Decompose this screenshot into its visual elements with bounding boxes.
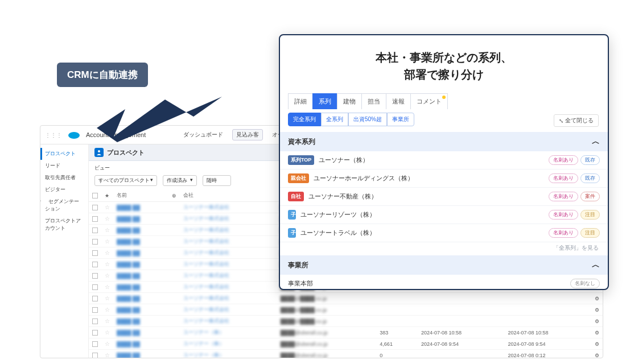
crm-auto-link-label: CRMに自動連携 [57, 63, 148, 87]
pill-50pct[interactable]: 出資50%超 [348, 113, 387, 126]
overlay-title: 本社・事業所などの系列、 部署で擦り分け [280, 35, 608, 93]
pill-all[interactable]: 全系列 [321, 113, 348, 126]
status-badge: 案件 [580, 192, 600, 201]
status-badge: 名刺あり [549, 173, 578, 183]
nav-prospects[interactable]: 見込み客 [232, 129, 263, 140]
status-badge: 名刺あり [549, 210, 578, 220]
relation-tag: 親会社 [288, 173, 309, 183]
badge-no-card: 名刺なし [570, 279, 600, 288]
table-row[interactable]: ☆ ████ ██ ユーソナー株式会社 ████@████.co.jp ⚙ [89, 293, 603, 304]
company-row[interactable]: 子 ユーソナーリゾーツ（株） 名刺あり注目 [280, 206, 608, 224]
relation-tag: 系列TOP [288, 155, 314, 165]
notification-dot-icon [442, 96, 446, 99]
salesforce-cloud-icon [68, 130, 80, 139]
status-badge: 注目 [580, 210, 600, 220]
tab-building[interactable]: 建物 [337, 93, 361, 109]
svg-point-0 [68, 132, 80, 139]
col-name[interactable]: 名前 [113, 189, 168, 202]
office-name: 事業本部 [288, 279, 313, 288]
tab-comment[interactable]: コメント [410, 93, 448, 109]
pill-full[interactable]: 完全系列 [288, 113, 321, 126]
sidebar-item-account[interactable]: プロスペクトアカウント [40, 215, 88, 234]
collapse-icon: ⤡ [559, 118, 563, 124]
relation-tag: 子 [288, 210, 296, 220]
table-row[interactable]: ☆ ████ ██ ユーソナー株式会社 ████@████.co.jp ⚙ [89, 316, 603, 327]
company-name: ユーソナー（株） [319, 156, 369, 164]
sidebar-item-visitor[interactable]: ビジター [40, 184, 88, 196]
status-select[interactable]: 作成済み ▾ [163, 175, 197, 186]
table-row[interactable]: ☆ ████ ██ ユーソナー（株） ████@uberall.co.jp 38… [89, 327, 603, 338]
section-capital[interactable]: 資本系列 ︿ [280, 132, 608, 151]
tab-news[interactable]: 速報 [386, 93, 410, 109]
table-row[interactable]: ☆ ████ ██ ユーソナー株式会社 ████@████.co.jp ⚙ [89, 304, 603, 316]
status-badge: 注目 [580, 228, 600, 238]
affiliate-overlay: 本社・事業所などの系列、 部署で擦り分け 詳細 系列 建物 担当 速報 コメント… [279, 34, 609, 290]
company-name: ユーソナートラベル（株） [300, 229, 376, 237]
tab-affiliate[interactable]: 系列 [312, 93, 337, 109]
status-badge: 既存 [580, 155, 600, 165]
status-badge: 名刺あり [549, 228, 578, 238]
checkbox-all[interactable] [92, 193, 98, 198]
sidebar-item-contact[interactable]: 取引先責任者 [40, 172, 88, 184]
arrow-icon [80, 85, 228, 154]
crm-sidebar: プロスペクト リード 取引先責任者 ビジター ›セグメンテーション プロスペクト… [40, 144, 89, 358]
company-name: ユーソナーリゾーツ（株） [300, 210, 376, 219]
company-row[interactable]: 親会社 ユーソナーホールディングス（株） 名刺あり既存 [280, 169, 608, 188]
apps-icon[interactable]: ⋮⋮⋮ [45, 132, 62, 138]
status-badge: 名刺あり [549, 155, 578, 165]
section-office[interactable]: 事業所 ︿ [280, 255, 608, 275]
chevron-up-icon: ︿ [592, 136, 600, 147]
company-row[interactable]: 自社 ユーソナー不動産（株） 名刺あり案件 [280, 188, 608, 206]
detail-tabs: 詳細 系列 建物 担当 速報 コメント [280, 93, 608, 109]
company-row[interactable]: 子 ユーソナートラベル（株） 名刺あり注目 [280, 224, 608, 242]
see-all-link[interactable]: 「全系列」を見る [280, 242, 608, 255]
status-badge: 名刺あり [549, 192, 578, 201]
view-select[interactable]: すべてのプロスペクト ▾ [94, 175, 157, 186]
chevron-up-icon: ︿ [592, 260, 600, 270]
table-row[interactable]: ☆ ████ ██ ユーソナー（株） ████@uberall.co.jp 4,… [89, 338, 603, 350]
company-row[interactable]: 系列TOP ユーソナー（株） 名刺あり既存 [280, 151, 608, 169]
status-badge: 既存 [580, 173, 600, 183]
sidebar-item-segment[interactable]: ›セグメンテーション [40, 196, 88, 215]
company-name: ユーソナー不動産（株） [308, 192, 377, 201]
pill-office[interactable]: 事業所 [387, 113, 414, 126]
collapse-all-button[interactable]: ⤡ 全て閉じる [554, 114, 599, 127]
relation-tag: 自社 [288, 192, 304, 201]
company-name: ユーソナーホールディングス（株） [314, 174, 414, 183]
time-select[interactable]: 随時 [203, 175, 231, 186]
view-label: ビュー [94, 164, 110, 172]
tab-detail[interactable]: 詳細 [288, 93, 312, 109]
tab-rep[interactable]: 担当 [361, 93, 386, 109]
table-row[interactable]: ☆ ████ ██ ユーソナー（株） ████@uberall.co.jp 02… [89, 350, 603, 359]
office-row[interactable]: 事業本部 名刺なし [280, 275, 608, 290]
relation-tag: 子 [288, 228, 296, 238]
col-company[interactable]: 会社 [180, 189, 277, 202]
sidebar-item-lead[interactable]: リード [40, 160, 88, 172]
filter-pills: 完全系列 全系列 出資50%超 事業所 [280, 109, 422, 132]
